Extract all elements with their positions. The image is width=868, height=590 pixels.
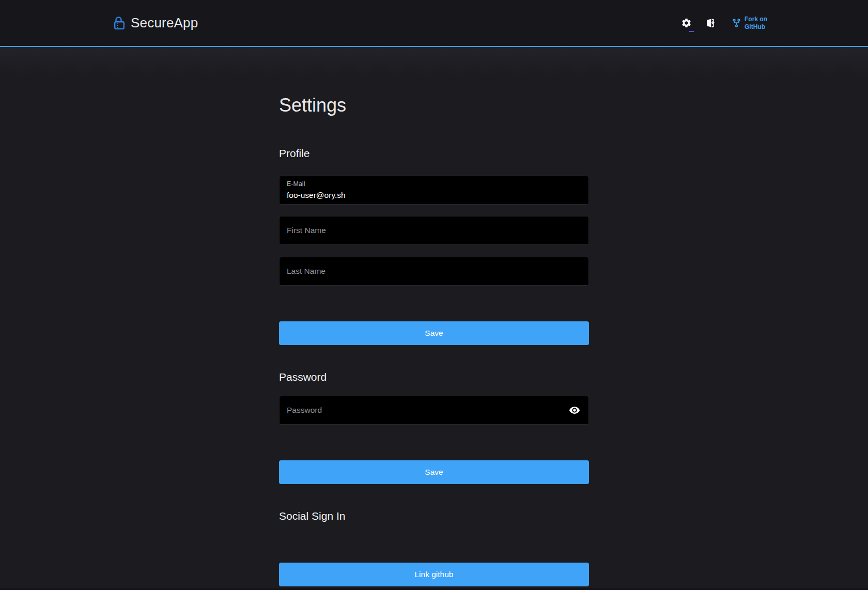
- main-area: Settings Profile E-Mail Save . Password: [0, 47, 868, 589]
- profile-form-messages-dot: .: [279, 348, 589, 355]
- settings-content: Settings Profile E-Mail Save . Password: [279, 47, 589, 586]
- logout-icon: [705, 18, 716, 28]
- first-name-field[interactable]: [279, 216, 589, 245]
- save-password-button[interactable]: Save: [279, 460, 589, 484]
- gear-icon: [681, 18, 692, 28]
- password-form-messages-dot: .: [279, 487, 589, 494]
- app-logo[interactable]: SecureApp: [114, 15, 198, 31]
- app-name: SecureApp: [131, 15, 198, 31]
- header-inner: SecureApp: [101, 0, 767, 46]
- settings-button[interactable]: [680, 17, 692, 29]
- fork-on-github-link[interactable]: Fork on GitHub: [732, 15, 767, 30]
- fork-link-line2: GitHub: [745, 23, 765, 30]
- git-fork-icon: [732, 18, 741, 28]
- fork-link-line1: Fork on: [745, 15, 767, 23]
- first-name-input[interactable]: [280, 216, 588, 244]
- logout-button[interactable]: [704, 17, 716, 29]
- save-profile-button[interactable]: Save: [279, 321, 589, 345]
- email-input[interactable]: [280, 176, 588, 204]
- password-heading: Password: [279, 370, 589, 383]
- link-github-button[interactable]: Link github: [279, 563, 589, 586]
- social-sign-in-heading: Social Sign In: [279, 509, 589, 522]
- eye-icon: [569, 405, 580, 416]
- password-input[interactable]: [280, 396, 588, 424]
- fork-link-text: Fork on GitHub: [745, 15, 767, 30]
- header: SecureApp: [0, 0, 868, 47]
- profile-heading: Profile: [279, 147, 589, 160]
- last-name-field[interactable]: [279, 257, 589, 286]
- email-field[interactable]: E-Mail: [279, 176, 589, 205]
- lock-icon: [114, 17, 126, 30]
- page-title: Settings: [279, 47, 589, 116]
- password-reveal-button[interactable]: [568, 403, 581, 417]
- password-field[interactable]: [279, 396, 589, 425]
- header-actions: Fork on GitHub: [680, 15, 767, 30]
- last-name-input[interactable]: [280, 257, 588, 285]
